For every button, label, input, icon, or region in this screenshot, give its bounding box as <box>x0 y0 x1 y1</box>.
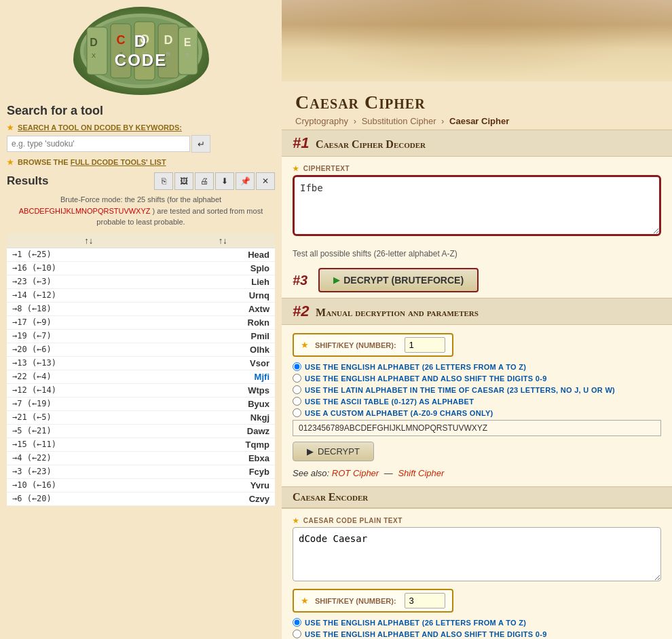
encoder-shift-label: SHIFT/KEY (NUMBER): <box>315 597 396 605</box>
browse-link[interactable]: FULL DCODE TOOLS' LIST <box>71 158 166 166</box>
decrypt-button[interactable]: ▶ DECRYPT <box>293 442 374 461</box>
encoder-shift-input[interactable] <box>405 593 445 608</box>
table-row[interactable]: →21 (←5)Nkgj <box>7 410 275 424</box>
encoder-radio-1[interactable]: USE THE ENGLISH ALPHABET AND ALSO SHIFT … <box>293 630 661 638</box>
svg-text:T: T <box>185 52 189 59</box>
svg-text:O: O <box>139 33 149 46</box>
brute-force-desc: Brute-Force mode: the 25 shifts (for the… <box>7 194 275 228</box>
ciphertext-label: ★ CIPHERTEXT <box>293 165 661 172</box>
table-row[interactable]: →5 (←21)Dawz <box>7 424 275 438</box>
svg-text:V: V <box>142 50 146 57</box>
encoder-radio-0[interactable]: USE THE ENGLISH ALPHABET (26 LETTERS FRO… <box>293 618 661 627</box>
main-content: Caesar Cipher Cryptography › Substitutio… <box>282 0 672 639</box>
play-icon-2: ▶ <box>307 446 314 457</box>
svg-text:E: E <box>183 37 191 48</box>
search-input[interactable] <box>7 136 190 152</box>
svg-text:R: R <box>166 51 170 58</box>
copy-button[interactable]: ⎘ <box>154 172 173 190</box>
table-row[interactable]: →10 (←16)Yvru <box>7 478 275 492</box>
table-row[interactable]: →19 (←7)Pmil <box>7 329 275 343</box>
svg-text:Z: Z <box>119 51 123 58</box>
results-title: Results <box>7 174 48 188</box>
logo-area: D C O D E X Z V R T <box>7 7 275 97</box>
shift-label: SHIFT/KEY (NUMBER): <box>315 341 396 349</box>
download-button[interactable]: ⬇ <box>215 172 234 190</box>
alphabet-input[interactable] <box>293 420 661 436</box>
svg-text:C: C <box>116 33 125 47</box>
svg-rect-5 <box>158 24 179 78</box>
search-label-link[interactable]: SEARCH A TOOL ON DCODE BY KEYWORDS: <box>18 123 182 132</box>
table-row[interactable]: →1 (←25)Head <box>7 248 275 261</box>
results-header: Results ⎘ 🖼 🖨 ⬇ 📌 ✕ <box>7 172 275 190</box>
svg-text:D: D <box>90 37 98 48</box>
pin-button[interactable]: 📌 <box>236 172 255 190</box>
table-row[interactable]: →8 (←18)Axtw <box>7 302 275 315</box>
search-section: Search for a tool ★ SEARCH A TOOL ON DCO… <box>7 104 275 167</box>
encoder-shift-param-box: ★ SHIFT/KEY (NUMBER): <box>293 589 453 613</box>
ciphertext-input[interactable]: Ifbe <box>293 175 661 236</box>
shift-cipher-link[interactable]: Shift Cipher <box>398 468 444 478</box>
table-row[interactable]: →7 (←19)Byux <box>7 397 275 410</box>
results-table: ↑↓ ↑↓ →1 (←25)Head→16 (←10)Splo→23 (←3)L… <box>7 233 275 506</box>
decrypt-bruteforce-button[interactable]: ▶ DECRYPT (BRUTEFORCE) <box>318 268 479 292</box>
sidebar: D C O D E X Z V R T Search for a tool ★ <box>0 0 282 639</box>
svg-rect-3 <box>111 24 131 78</box>
breadcrumb-item-2: Caesar Cipher <box>449 116 509 126</box>
table-row[interactable]: →22 (←4)Mjfi <box>7 370 275 383</box>
col2-header[interactable]: ↑↓ <box>171 233 275 248</box>
play-icon: ▶ <box>333 275 339 285</box>
encoder-inputs: ★ CAESAR CODE PLAIN TEXT dCode Caesar ★ … <box>282 508 672 639</box>
table-row[interactable]: →15 (←11)Tqmp <box>7 438 275 451</box>
plaintext-input[interactable]: dCode Caesar <box>293 527 661 581</box>
table-row[interactable]: →23 (←3)Lieh <box>7 275 275 288</box>
table-row[interactable]: →13 (←13)Vsor <box>7 356 275 370</box>
results-tools: ⎘ 🖼 🖨 ⬇ 📌 ✕ <box>154 172 275 190</box>
shift-param-box: ★ SHIFT/KEY (NUMBER): <box>293 333 453 357</box>
table-row[interactable]: →12 (←14)Wtps <box>7 383 275 397</box>
rot-cipher-link[interactable]: ROT Cipher <box>332 468 379 478</box>
shift-input[interactable] <box>405 337 445 353</box>
decoder-radio-1[interactable]: USE THE ENGLISH ALPHABET AND ALSO SHIFT … <box>293 374 661 383</box>
decoder-title: Caesar Cipher Decoder <box>316 138 426 150</box>
svg-rect-2 <box>87 27 107 75</box>
table-row[interactable]: →20 (←6)Olhk <box>7 343 275 356</box>
plaintext-label: ★ CAESAR CODE PLAIN TEXT <box>293 517 661 524</box>
print-button[interactable]: 🖨 <box>195 172 214 190</box>
table-row[interactable]: →17 (←9)Rokn <box>7 315 275 329</box>
decoder-section: #1 Caesar Cipher Decoder ★ CIPHERTEXT If… <box>282 130 672 639</box>
svg-rect-4 <box>134 22 155 80</box>
table-row[interactable]: →16 (←10)Splo <box>7 261 275 275</box>
manual-section: ★ SHIFT/KEY (NUMBER): USE THE ENGLISH AL… <box>282 325 672 486</box>
breadcrumb-item-0[interactable]: Cryptography <box>295 116 348 126</box>
decoder-radio-4[interactable]: USE A CUSTOM ALPHABET (A-Z0-9 CHARS ONLY… <box>293 408 661 417</box>
table-row[interactable]: →6 (←20)Czvy <box>7 492 275 505</box>
decoder-radio-2[interactable]: USE THE LATIN ALPHABET IN THE TIME OF CA… <box>293 385 661 394</box>
dcode-logo[interactable]: D C O D E X Z V R T <box>73 7 209 95</box>
title-area: Caesar Cipher Cryptography › Substitutio… <box>282 81 672 130</box>
image-button[interactable]: 🖼 <box>174 172 193 190</box>
manual-title: Manual decryption and parameters <box>316 307 479 318</box>
search-row: ↵ <box>7 135 275 153</box>
table-row[interactable]: →4 (←22)Ebxa <box>7 451 275 465</box>
see-also: See also: ROT Cipher — Shift Cipher <box>293 468 661 478</box>
decoder-radio-0[interactable]: USE THE ENGLISH ALPHABET (26 LETTERS FRO… <box>293 362 661 371</box>
table-row[interactable]: →3 (←23)Fcyb <box>7 465 275 478</box>
badge-2: #2 <box>293 303 309 320</box>
decoder-inputs: ★ CIPHERTEXT Ifbe Test all possible shif… <box>282 157 672 298</box>
browse-label: ★ BROWSE THE FULL DCODE TOOLS' LIST <box>7 158 275 167</box>
col1-header[interactable]: ↑↓ <box>7 233 171 248</box>
breadcrumb-item-1[interactable]: Substitution Cipher <box>362 116 436 126</box>
badge-3: #3 <box>293 273 307 288</box>
star-icon-3: ★ <box>293 165 299 172</box>
star-icon-4: ★ <box>301 340 309 350</box>
badge-1: #1 <box>293 134 309 151</box>
results-section: Results ⎘ 🖼 🖨 ⬇ 📌 ✕ Brute-Force mode: th… <box>7 172 275 506</box>
search-submit-button[interactable]: ↵ <box>191 135 210 153</box>
table-row[interactable]: →14 (←12)Urnq <box>7 288 275 302</box>
search-title: Search for a tool <box>7 104 275 118</box>
svg-text:X: X <box>91 52 95 59</box>
svg-rect-6 <box>179 27 198 75</box>
clear-button[interactable]: ✕ <box>256 172 275 190</box>
encoder-title: Caesar Encoder <box>293 491 368 503</box>
decoder-radio-3[interactable]: USE THE ASCII TABLE (0-127) AS ALPHABET <box>293 397 661 406</box>
